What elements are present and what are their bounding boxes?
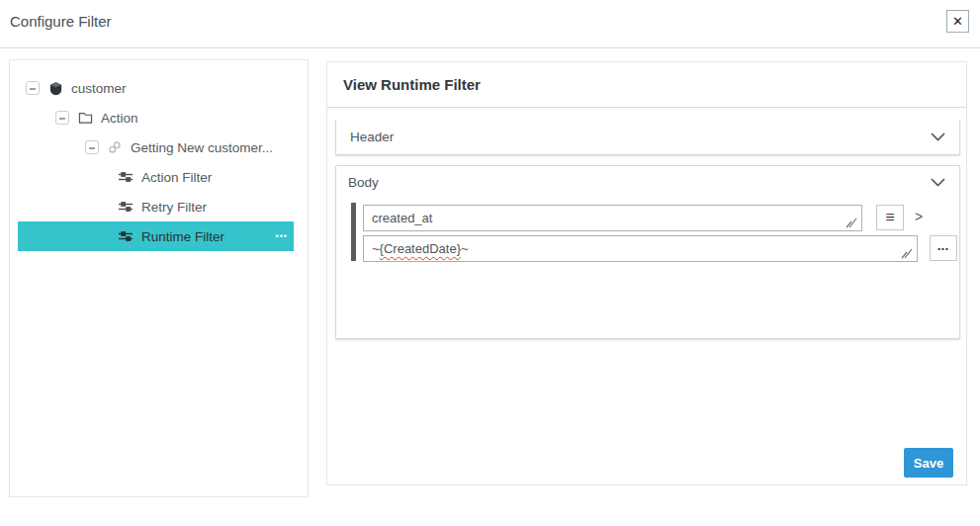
edit-pencil-icon [846,217,857,228]
save-button[interactable]: Save [904,448,953,478]
value-token: {CreatedDate} [380,241,461,256]
panel-title: View Runtime Filter [343,76,481,93]
close-icon: ✕ [952,14,963,29]
field-picker-button[interactable]: ≡ [876,205,904,230]
filter-value-input[interactable]: ~{CreatedDate}~ [363,235,918,262]
tree-item-label: Getting New customer... [131,140,273,155]
hamburger-icon: ≡ [885,209,894,226]
close-button[interactable]: ✕ [946,10,969,33]
body-accordion-label: Body [348,175,379,190]
header-accordion-label: Header [350,130,394,144]
filter-field-value: created_at [372,211,432,225]
filter-tree-panel: customer Action Getting New customer... [9,59,309,497]
header-accordion[interactable]: Header [335,120,960,155]
collapse-toggle-icon[interactable] [55,111,69,125]
header-divider [0,47,980,48]
tree-item-label: customer [71,81,127,96]
link-icon [107,139,123,155]
value-options-button[interactable]: ••• [930,235,957,261]
ellipsis-icon: ••• [937,244,948,253]
filter-field-input[interactable]: created_at [363,205,862,231]
tree-item-label: Runtime Filter [141,229,224,244]
tree-item-getting-new-customer[interactable]: Getting New customer... [18,132,294,162]
tree-item-label: Retry Filter [141,200,207,215]
dialog-title: Configure Filter [10,13,112,30]
value-prefix: ~ [372,241,380,256]
condition-operator[interactable]: > [915,209,923,224]
chevron-down-icon[interactable] [931,178,945,187]
tree-item-action-filter[interactable]: Action Filter [18,162,294,192]
panel-title-strip: View Runtime Filter [327,62,966,108]
sliders-icon [118,228,134,244]
tree-item-label: Action Filter [141,170,212,185]
sliders-icon [118,199,134,215]
condition-group-bar [351,203,356,261]
runtime-filter-panel: View Runtime Filter Header Body created_… [326,61,967,485]
tree-item-runtime-filter[interactable]: Runtime Filter ••• [18,221,294,251]
configure-filter-dialog: Configure Filter ✕ customer Action [0,0,980,526]
folder-icon [77,110,93,126]
body-accordion-header[interactable]: Body [336,166,959,190]
row-menu-icon[interactable]: ••• [276,231,294,241]
tree-item-action[interactable]: Action [18,103,294,132]
body-accordion: Body created_at ≡ > ~{CreatedDate}~ ••• [335,165,960,339]
tree-item-retry-filter[interactable]: Retry Filter [18,192,294,221]
value-suffix: ~ [461,241,469,256]
collapse-toggle-icon[interactable] [26,81,40,95]
chevron-down-icon[interactable] [931,132,945,141]
tree-item-customer[interactable]: customer [18,73,294,103]
sliders-icon [118,169,134,185]
database-cube-icon [47,80,63,96]
collapse-toggle-icon[interactable] [85,140,99,154]
tree-item-label: Action [101,111,138,126]
edit-pencil-icon [901,247,913,259]
